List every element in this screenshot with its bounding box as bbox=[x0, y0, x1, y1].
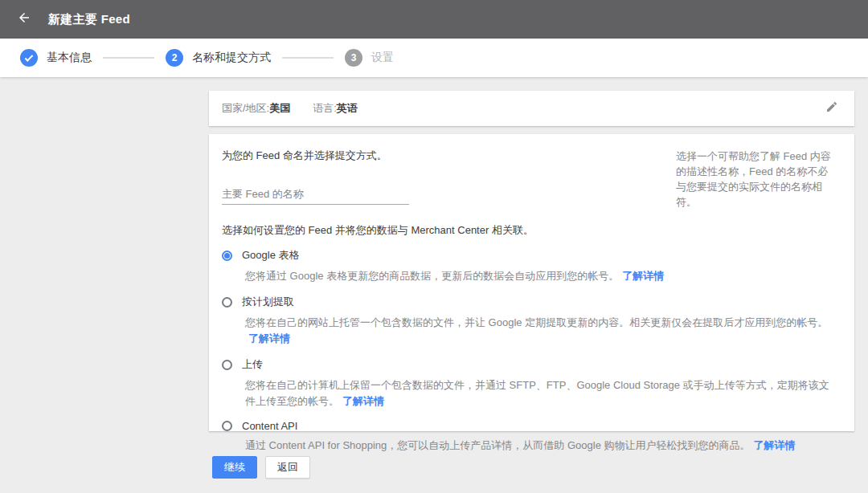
radio-icon[interactable] bbox=[222, 297, 232, 308]
learn-more-link[interactable]: 了解详情 bbox=[248, 332, 290, 344]
option-scheduled-fetch-radio-row[interactable]: 按计划提取 bbox=[222, 295, 841, 309]
option-label: 按计划提取 bbox=[242, 295, 294, 309]
name-helper-text: 选择一个可帮助您了解 Feed 内容的描述性名称，Feed 的名称不必与您要提交… bbox=[676, 149, 833, 210]
stepper-step-settings: 3 设置 bbox=[345, 49, 394, 67]
naming-section: 为您的 Feed 命名并选择提交方式。 选择一个可帮助您了解 Feed 内容的描… bbox=[222, 149, 841, 223]
check-icon bbox=[20, 49, 38, 67]
radio-icon[interactable] bbox=[222, 421, 232, 431]
language-field: 语言:英语 bbox=[313, 101, 358, 116]
pencil-icon bbox=[825, 100, 838, 116]
feed-name-and-method-card: 为您的 Feed 命名并选择提交方式。 选择一个可帮助您了解 Feed 内容的描… bbox=[209, 134, 854, 431]
learn-more-link[interactable]: 了解详情 bbox=[342, 395, 384, 407]
country-region-value: 美国 bbox=[269, 102, 290, 114]
new-primary-feed-page: 新建主要 Feed 基本信息 2 名称和提交方式 3 设置 国家/地区:美国 语… bbox=[0, 0, 868, 493]
step-label: 基本信息 bbox=[47, 51, 92, 65]
stepper-connector bbox=[103, 57, 154, 59]
option-description-text: 您将通过 Google 表格更新您的商品数据，更新后的数据会自动应用到您的帐号。 bbox=[245, 270, 619, 282]
language-label: 语言: bbox=[313, 102, 337, 114]
step-label: 名称和提交方式 bbox=[192, 51, 271, 65]
option-description-text: 您将在自己的计算机上保留一个包含数据的文件，并通过 SFTP、FTP、Googl… bbox=[245, 379, 829, 407]
stepper-step-basic-info[interactable]: 基本信息 bbox=[20, 49, 92, 67]
back-button-secondary[interactable]: 返回 bbox=[265, 456, 310, 479]
radio-selected-icon[interactable] bbox=[222, 251, 232, 261]
country-region-label: 国家/地区: bbox=[222, 102, 269, 114]
country-region-field: 国家/地区:美国 bbox=[222, 101, 290, 116]
option-google-sheets: Google 表格 您将通过 Google 表格更新您的商品数据，更新后的数据会… bbox=[222, 248, 841, 284]
option-description: 通过 Content API for Shopping，您可以自动上传产品详情，… bbox=[245, 438, 832, 454]
back-button[interactable] bbox=[14, 10, 34, 29]
step-label: 设置 bbox=[371, 51, 394, 65]
stepper-connector bbox=[282, 57, 334, 59]
option-description: 您将在自己的网站上托管一个包含数据的文件，并让 Google 定期提取更新的内容… bbox=[245, 315, 832, 347]
stepper: 基本信息 2 名称和提交方式 3 设置 bbox=[0, 39, 868, 77]
arrow-left-icon bbox=[17, 10, 31, 28]
page-title: 新建主要 Feed bbox=[48, 12, 130, 27]
option-label: Google 表格 bbox=[242, 248, 300, 263]
option-upload: 上传 您将在自己的计算机上保留一个包含数据的文件，并通过 SFTP、FTP、Go… bbox=[222, 357, 841, 409]
option-label: Content API bbox=[242, 420, 297, 432]
action-bar: 继续 返回 bbox=[212, 456, 310, 479]
option-description-text: 您将在自己的网站上托管一个包含数据的文件，并让 Google 定期提取更新的内容… bbox=[245, 316, 828, 328]
option-upload-radio-row[interactable]: 上传 bbox=[222, 357, 841, 372]
language-value: 英语 bbox=[337, 102, 358, 114]
step-number-badge: 3 bbox=[345, 49, 362, 67]
submission-method-options: Google 表格 您将通过 Google 表格更新您的商品数据，更新后的数据会… bbox=[222, 248, 841, 454]
feed-name-input[interactable] bbox=[222, 185, 409, 205]
option-content-api: Content API 通过 Content API for Shopping，… bbox=[222, 420, 841, 454]
option-google-sheets-radio-row[interactable]: Google 表格 bbox=[222, 248, 841, 263]
learn-more-link[interactable]: 了解详情 bbox=[622, 270, 664, 282]
option-content-api-radio-row[interactable]: Content API bbox=[222, 420, 841, 432]
learn-more-link[interactable]: 了解详情 bbox=[753, 439, 795, 451]
edit-button[interactable] bbox=[822, 99, 841, 118]
option-description: 您将在自己的计算机上保留一个包含数据的文件，并通过 SFTP、FTP、Googl… bbox=[245, 377, 832, 409]
stepper-step-name-and-method[interactable]: 2 名称和提交方式 bbox=[166, 49, 271, 67]
option-label: 上传 bbox=[242, 357, 263, 372]
method-question-text: 选择如何设置您的 Feed 并将您的数据与 Merchant Center 相关… bbox=[222, 223, 841, 238]
option-scheduled-fetch: 按计划提取 您将在自己的网站上托管一个包含数据的文件，并让 Google 定期提… bbox=[222, 295, 841, 347]
option-description: 您将通过 Google 表格更新您的商品数据，更新后的数据会自动应用到您的帐号。… bbox=[245, 268, 832, 284]
country-language-card: 国家/地区:美国 语言:英语 bbox=[209, 91, 854, 126]
continue-button[interactable]: 继续 bbox=[212, 456, 257, 479]
app-header: 新建主要 Feed bbox=[0, 0, 868, 39]
option-description-text: 通过 Content API for Shopping，您可以自动上传产品详情，… bbox=[245, 439, 750, 451]
radio-icon[interactable] bbox=[222, 360, 232, 370]
step-number-badge: 2 bbox=[166, 49, 183, 67]
